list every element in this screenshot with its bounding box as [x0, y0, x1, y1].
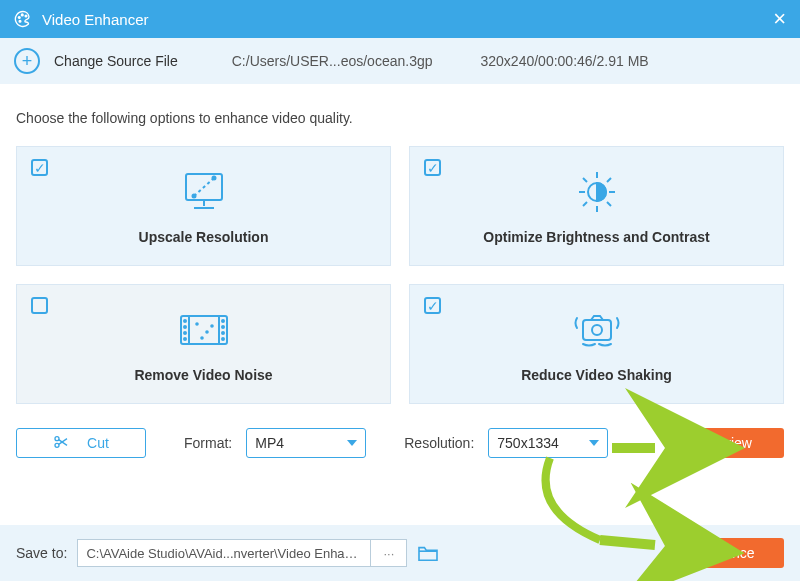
- svg-point-2: [25, 15, 27, 17]
- checkbox-icon[interactable]: [31, 297, 48, 314]
- svg-point-26: [222, 320, 224, 322]
- option-remove-noise[interactable]: Remove Video Noise: [16, 284, 391, 404]
- svg-point-32: [201, 337, 203, 339]
- cut-label: Cut: [87, 435, 109, 451]
- format-select[interactable]: MP4: [246, 428, 366, 458]
- option-label: Remove Video Noise: [134, 367, 272, 383]
- change-source-button[interactable]: Change Source File: [54, 53, 178, 69]
- resolution-select[interactable]: 750x1334: [488, 428, 608, 458]
- app-palette-icon: [14, 10, 32, 28]
- monitor-icon: [180, 167, 228, 217]
- resolution-label: Resolution:: [404, 435, 474, 451]
- svg-point-6: [192, 195, 195, 198]
- svg-rect-34: [583, 320, 611, 340]
- svg-rect-19: [181, 316, 227, 344]
- controls-row: Cut Format: MP4 Resolution: 750x1334 Pre…: [0, 404, 800, 458]
- format-label: Format:: [184, 435, 232, 451]
- footer-bar: Save to: C:\AVAide Studio\AVAid...nverte…: [0, 525, 800, 581]
- chevron-down-icon: [347, 440, 357, 446]
- svg-point-22: [184, 320, 186, 322]
- main-area: Choose the following options to enhance …: [0, 84, 800, 404]
- plus-icon[interactable]: +: [14, 48, 40, 74]
- close-icon[interactable]: ×: [773, 6, 786, 32]
- svg-point-1: [21, 14, 23, 16]
- svg-point-25: [184, 338, 186, 340]
- checkbox-icon[interactable]: ✓: [424, 159, 441, 176]
- svg-point-30: [196, 323, 198, 325]
- save-path-input[interactable]: C:\AVAide Studio\AVAid...nverter\Video E…: [77, 539, 407, 567]
- checkbox-icon[interactable]: ✓: [424, 297, 441, 314]
- cut-button[interactable]: Cut: [16, 428, 146, 458]
- svg-point-0: [18, 17, 20, 19]
- enhance-button[interactable]: Enhance: [670, 538, 784, 568]
- option-label: Upscale Resolution: [139, 229, 269, 245]
- save-to-label: Save to:: [16, 545, 67, 561]
- svg-line-5: [194, 178, 214, 196]
- svg-line-16: [607, 202, 611, 206]
- source-bar: + Change Source File C:/Users/USER...eos…: [0, 38, 800, 84]
- sun-icon: [572, 167, 622, 217]
- svg-point-27: [222, 326, 224, 328]
- option-label: Reduce Video Shaking: [521, 367, 672, 383]
- svg-point-24: [184, 332, 186, 334]
- svg-point-29: [222, 338, 224, 340]
- svg-line-17: [583, 202, 587, 206]
- svg-line-18: [607, 178, 611, 182]
- svg-point-23: [184, 326, 186, 328]
- svg-point-3: [19, 20, 21, 22]
- svg-point-35: [592, 325, 602, 335]
- scissors-icon: [53, 434, 69, 453]
- film-icon: [177, 305, 231, 355]
- chevron-down-icon: [589, 440, 599, 446]
- option-brightness-contrast[interactable]: ✓ Optimize Brightness and Contrast: [409, 146, 784, 266]
- open-folder-icon[interactable]: [417, 544, 439, 562]
- option-reduce-shaking[interactable]: ✓ Reduce Video Shaking: [409, 284, 784, 404]
- camera-shake-icon: [569, 305, 625, 355]
- svg-line-15: [583, 178, 587, 182]
- option-label: Optimize Brightness and Contrast: [483, 229, 709, 245]
- option-upscale-resolution[interactable]: ✓ Upscale Resolution: [16, 146, 391, 266]
- resolution-value: 750x1334: [497, 435, 559, 451]
- svg-point-31: [206, 331, 208, 333]
- svg-point-33: [211, 325, 213, 327]
- source-meta: 320x240/00:00:46/2.91 MB: [481, 53, 649, 69]
- save-path-value: C:\AVAide Studio\AVAid...nverter\Video E…: [78, 546, 370, 561]
- preview-button[interactable]: Preview: [670, 428, 784, 458]
- checkbox-icon[interactable]: ✓: [31, 159, 48, 176]
- svg-point-7: [212, 177, 215, 180]
- enhance-options-grid: ✓ Upscale Resolution ✓: [16, 146, 784, 404]
- svg-line-39: [59, 438, 67, 444]
- titlebar: Video Enhancer ×: [0, 0, 800, 38]
- svg-line-38: [59, 439, 67, 445]
- browse-button[interactable]: ···: [370, 540, 406, 566]
- format-value: MP4: [255, 435, 284, 451]
- svg-point-28: [222, 332, 224, 334]
- source-path: C:/Users/USER...eos/ocean.3gp: [232, 53, 433, 69]
- app-title: Video Enhancer: [42, 11, 148, 28]
- instruction-text: Choose the following options to enhance …: [16, 110, 784, 126]
